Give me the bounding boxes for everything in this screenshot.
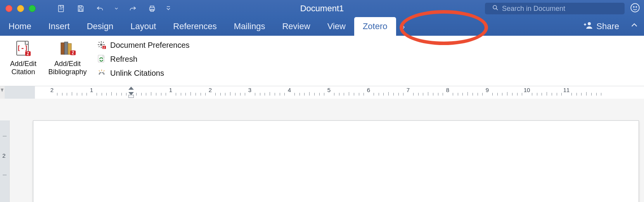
tab-references[interactable]: References xyxy=(164,17,225,36)
document-canvas: 2 xyxy=(0,99,644,202)
print-button[interactable] xyxy=(147,3,158,14)
collapse-ribbon-button[interactable] xyxy=(630,21,639,32)
unlink-citations-label: Unlink Citations xyxy=(110,69,164,78)
tab-zotero[interactable]: Zotero xyxy=(354,17,396,36)
add-edit-citation-button[interactable]: [-] Z Add/Edit Citation xyxy=(3,38,43,85)
close-window-button[interactable] xyxy=(5,5,12,12)
add-edit-bibliography-button[interactable]: Z Add/Edit Bibliography xyxy=(43,38,92,85)
search-placeholder-text: Search in Document xyxy=(502,5,565,13)
tab-label: Layout xyxy=(130,21,156,31)
ribbon-body-zotero: [-] Z Add/Edit Citation Z Add/Edit Bibli… xyxy=(0,36,644,86)
tab-review[interactable]: Review xyxy=(274,17,319,36)
save-button[interactable] xyxy=(75,3,86,14)
search-in-document[interactable]: Search in Document xyxy=(485,3,625,14)
svg-line-36 xyxy=(104,70,104,71)
tab-view[interactable]: View xyxy=(319,17,354,36)
document-preferences-label: Document Preferences xyxy=(110,41,190,50)
add-edit-citation-label: Add/Edit Citation xyxy=(10,60,36,76)
search-icon xyxy=(492,4,499,13)
chevron-right-icon: » xyxy=(401,22,405,31)
share-button[interactable]: Share xyxy=(584,21,619,32)
citation-icon: [-] Z xyxy=(14,40,32,57)
quick-access-toolbar xyxy=(56,3,171,14)
undo-button[interactable] xyxy=(95,3,106,14)
window-controls xyxy=(0,5,41,12)
svg-rect-16 xyxy=(64,42,68,54)
svg-text:Z: Z xyxy=(72,51,74,55)
svg-rect-3 xyxy=(79,9,82,11)
bibliography-icon: Z xyxy=(59,40,76,57)
document-page[interactable] xyxy=(33,120,639,202)
tabs-overflow-button[interactable]: » xyxy=(396,17,410,36)
refresh-label: Refresh xyxy=(110,55,137,64)
undo-dropdown[interactable] xyxy=(114,3,119,14)
horizontal-ruler[interactable]: 121234567891011 xyxy=(0,86,644,99)
svg-line-34 xyxy=(99,70,100,71)
svg-text:[-]: [-] xyxy=(17,44,28,52)
tab-label: Review xyxy=(282,21,310,31)
share-label: Share xyxy=(596,21,619,31)
svg-point-7 xyxy=(631,3,639,12)
ribbon-right-controls: Share xyxy=(584,17,639,36)
gear-icon: Z xyxy=(97,40,106,50)
tab-layout[interactable]: Layout xyxy=(122,17,164,36)
svg-point-6 xyxy=(493,5,497,9)
tab-design[interactable]: Design xyxy=(78,17,122,36)
titlebar-right: Search in Document xyxy=(485,0,640,17)
svg-rect-27 xyxy=(103,42,104,43)
unlink-icon xyxy=(97,68,106,78)
svg-rect-28 xyxy=(99,46,100,47)
svg-text:Z: Z xyxy=(103,46,105,49)
svg-rect-21 xyxy=(101,41,102,43)
svg-rect-0 xyxy=(59,5,64,12)
svg-point-8 xyxy=(634,7,634,7)
tab-label: Design xyxy=(87,21,113,31)
tab-label: View xyxy=(327,21,346,31)
refresh-button[interactable]: Refresh xyxy=(97,54,190,64)
svg-text:Z: Z xyxy=(27,52,29,56)
ruler-track[interactable]: 121234567891011 xyxy=(5,86,644,99)
vertical-ruler[interactable]: 2 xyxy=(0,120,10,202)
svg-rect-22 xyxy=(101,47,102,48)
svg-point-10 xyxy=(588,22,591,25)
indent-marker[interactable] xyxy=(128,87,134,98)
tab-label: Insert xyxy=(48,21,70,31)
svg-rect-15 xyxy=(61,43,64,54)
svg-rect-1 xyxy=(60,5,63,7)
autosave-button[interactable] xyxy=(56,3,67,14)
vertical-ruler-margin xyxy=(0,120,9,202)
tab-mailings[interactable]: Mailings xyxy=(225,17,274,36)
tab-label: References xyxy=(173,21,217,31)
svg-rect-23 xyxy=(98,44,99,45)
svg-point-20 xyxy=(100,44,102,46)
svg-rect-2 xyxy=(79,6,81,8)
document-preferences-button[interactable]: Z Document Preferences xyxy=(97,40,190,50)
tab-label: Zotero xyxy=(363,21,388,31)
svg-rect-4 xyxy=(150,7,155,10)
svg-point-9 xyxy=(636,7,637,7)
titlebar: Document1 Search in Document xyxy=(0,0,644,17)
qat-customize-dropdown[interactable] xyxy=(166,3,171,14)
tab-insert[interactable]: Insert xyxy=(40,17,78,36)
minimize-window-button[interactable] xyxy=(17,5,24,12)
svg-rect-24 xyxy=(103,44,105,45)
redo-button[interactable] xyxy=(127,3,138,14)
svg-rect-25 xyxy=(99,42,100,43)
refresh-icon xyxy=(97,54,106,64)
zoom-window-button[interactable] xyxy=(29,5,36,12)
feedback-icon[interactable] xyxy=(630,3,640,14)
zotero-secondary-group: Z Document Preferences Refresh xyxy=(97,38,190,85)
add-user-icon xyxy=(584,21,593,32)
tab-label: Home xyxy=(9,21,31,31)
unlink-citations-button[interactable]: Unlink Citations xyxy=(97,68,190,78)
tab-home[interactable]: Home xyxy=(0,17,40,36)
vruler-label-2: 2 xyxy=(2,152,5,159)
add-edit-bibliography-label: Add/Edit Bibliography xyxy=(48,60,87,76)
ribbon-tabs: Home Insert Design Layout References Mai… xyxy=(0,17,644,36)
tab-label: Mailings xyxy=(234,21,265,31)
